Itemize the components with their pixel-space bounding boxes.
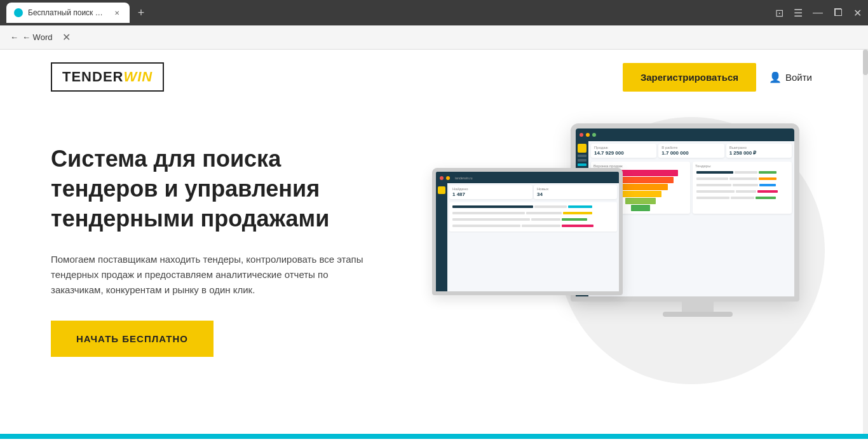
browser-chrome: Бесплатный поиск тен... ✕ + ⊡ ☰ — ⧠ ✕ <box>0 0 868 25</box>
cell-11 <box>736 190 756 193</box>
laptop-card-2: Новых 34 <box>534 185 617 199</box>
word-close-button[interactable]: ✕ <box>62 31 71 43</box>
word-back-button[interactable]: ← ← Word <box>10 32 52 42</box>
card-2-value: 1.7 000 000 <box>661 150 721 156</box>
cell-6 <box>759 177 777 180</box>
login-button[interactable]: 👤 Войти <box>769 71 812 83</box>
cell-9 <box>759 184 776 186</box>
dashboard-card-3: Выиграно 1 258 000 ₽ <box>726 144 792 158</box>
laptop-list <box>449 202 617 232</box>
card-3-value: 1 258 000 ₽ <box>729 150 789 156</box>
word-bar: ← ← Word ✕ <box>0 25 868 50</box>
laptop-screen: tenderwin.ru Найдено 1 487 <box>436 172 619 291</box>
active-tab[interactable]: Бесплатный поиск тен... ✕ <box>6 3 130 23</box>
word-label: ← Word <box>22 32 52 42</box>
cell-15 <box>756 197 776 199</box>
table-row <box>695 195 789 200</box>
laptop-cards: Найдено 1 487 Новых 34 <box>449 185 617 201</box>
scrollbar[interactable] <box>863 50 868 439</box>
card-1-title: Продаж <box>594 146 653 149</box>
card-1-value: 14.7 929 000 <box>594 150 653 156</box>
dashboard-card-1: Продаж 14.7 929 000 <box>591 144 656 158</box>
sidebar-item-2 <box>578 159 587 162</box>
sidebar-logo-icon <box>578 144 587 153</box>
tab-title: Бесплатный поиск тен... <box>28 8 104 17</box>
table-row <box>695 176 789 181</box>
hero-section: Система для поиска тендеров и управления… <box>0 104 863 384</box>
navigation: TENDER WIN Зарегистрироваться 👤 Войти <box>0 50 863 104</box>
laptop-sidebar <box>436 184 447 291</box>
laptop-dot-red <box>440 176 444 180</box>
laptop-row-3 <box>451 217 615 222</box>
dashboard-cards-row: Продаж 14.7 929 000 В работе 1.7 000 000… <box>591 144 792 160</box>
sidebar-item-3 <box>578 163 587 166</box>
laptop-url-bar: tenderwin.ru <box>455 176 473 180</box>
laptop-mockup: tenderwin.ru Найдено 1 487 <box>432 168 623 295</box>
cell-14 <box>731 197 754 199</box>
table-row <box>695 170 789 175</box>
laptop-row-2 <box>451 211 615 216</box>
bookmark-icon[interactable]: ⊡ <box>775 7 783 19</box>
cell-1 <box>696 171 733 174</box>
cell-8 <box>733 184 758 186</box>
menu-icon[interactable]: ☰ <box>794 7 803 19</box>
tab-favicon <box>14 8 23 17</box>
hero-title: Система для поиска тендеров и управления… <box>51 144 369 233</box>
cell-7 <box>696 184 731 186</box>
hero-image: Продаж 14.7 929 000 В работе 1.7 000 000… <box>394 117 812 384</box>
laptop-main: Найдено 1 487 Новых 34 <box>447 183 619 291</box>
hero-text: Система для поиска тендеров и управления… <box>51 144 369 356</box>
dot-yellow <box>586 133 590 137</box>
monitor-stand <box>682 300 714 313</box>
laptop-row-1 <box>451 204 615 209</box>
cell-4 <box>696 177 728 180</box>
register-button[interactable]: Зарегистрироваться <box>623 63 756 92</box>
hero-description: Помогаем поставщикам находить тендеры, к… <box>51 252 369 298</box>
logo-win: WIN <box>123 69 153 85</box>
card-3-title: Выиграно <box>729 146 789 149</box>
laptop-card-1: Найдено 1 487 <box>449 185 532 199</box>
page-content: TENDER WIN Зарегистрироваться 👤 Войти Си… <box>0 50 868 439</box>
minimize-icon[interactable]: — <box>813 7 823 18</box>
cell-10 <box>696 190 735 193</box>
table-row <box>695 183 789 188</box>
maximize-icon[interactable]: ⧠ <box>833 7 843 18</box>
cell-2 <box>735 171 757 174</box>
start-free-button[interactable]: НАЧАТЬ БЕСПЛАТНО <box>51 321 214 357</box>
funnel-bar-5 <box>625 198 655 204</box>
cell-3 <box>759 171 777 174</box>
scrollbar-thumb[interactable] <box>863 50 868 75</box>
nav-right: Зарегистрироваться 👤 Войти <box>623 63 812 92</box>
laptop-screen-header: tenderwin.ru <box>436 172 619 184</box>
table-label: Тендеры <box>695 164 789 168</box>
logo: TENDER WIN <box>51 62 164 92</box>
back-arrow-icon: ← <box>10 32 18 42</box>
card-2-title: В работе <box>661 146 721 149</box>
laptop-row-4 <box>451 223 615 228</box>
cell-5 <box>729 177 757 180</box>
user-icon: 👤 <box>769 71 782 83</box>
monitor-base <box>663 312 733 317</box>
laptop-sidebar-logo <box>438 186 445 194</box>
dot-red <box>580 133 583 137</box>
screen-header <box>576 128 794 141</box>
dot-green <box>592 133 596 137</box>
login-label: Войти <box>785 72 812 83</box>
logo-tender: TENDER <box>62 69 123 85</box>
funnel-bar-4 <box>620 191 662 197</box>
table-row <box>695 189 789 194</box>
website: TENDER WIN Зарегистрироваться 👤 Войти Си… <box>0 50 863 439</box>
tab-bar: Бесплатный поиск тен... ✕ + <box>6 0 770 25</box>
sidebar-item-1 <box>578 155 587 157</box>
browser-controls: ⊡ ☰ — ⧠ ✕ <box>775 7 862 19</box>
close-icon[interactable]: ✕ <box>853 7 862 19</box>
tab-close-button[interactable]: ✕ <box>112 8 122 18</box>
new-tab-button[interactable]: + <box>132 4 150 22</box>
laptop-dot-yellow <box>446 176 450 180</box>
table-panel: Тендеры <box>693 162 792 214</box>
bottom-teal-bar <box>0 434 868 439</box>
dashboard-card-2: В работе 1.7 000 000 <box>658 144 724 158</box>
cell-12 <box>757 190 778 193</box>
cell-13 <box>696 197 729 199</box>
funnel-bar-6 <box>631 205 650 211</box>
